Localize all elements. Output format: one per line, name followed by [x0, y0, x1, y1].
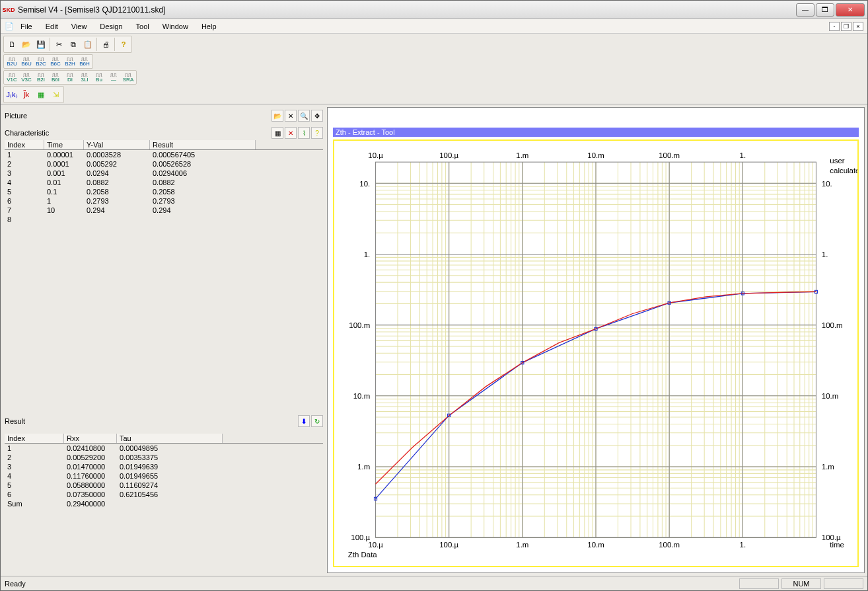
menu-window[interactable]: Window [156, 21, 195, 32]
result-header: Result ⬇ ↻ [5, 415, 323, 427]
maximize-button[interactable]: 🗖 [816, 3, 834, 17]
svg-text:100.m: 100.m [659, 151, 680, 159]
result-table-body[interactable]: 10.024108000.0004989520.005292000.003533… [5, 444, 323, 528]
col-time: Time [44, 140, 84, 149]
characteristic-label: Characteristic [5, 129, 49, 137]
app-window: SKD Semisel V4 - [Semisel3 QJD1210011.sk… [0, 0, 868, 591]
characteristic-header: Characteristic ▦ ✕ ⌇ ? [5, 127, 323, 139]
picture-zoom-icon[interactable]: 🔍 [298, 110, 310, 122]
app-icon: SKD [3, 5, 14, 15]
svg-text:1.m: 1.m [822, 462, 834, 471]
graph1-icon[interactable]: J₍k₎ [5, 87, 19, 102]
mdi-minimize-button[interactable]: - [829, 22, 840, 31]
result-down-icon[interactable]: ⬇ [298, 415, 310, 427]
inv-sra-button[interactable]: ⎍⎍SRA [121, 71, 135, 83]
char-table-body[interactable]: 10.000010.00035280.00056740520.00010.005… [5, 150, 323, 411]
result-refresh-icon[interactable]: ↻ [311, 415, 323, 427]
table-row[interactable]: 7100.2940.294 [5, 206, 323, 215]
svg-text:user: user [830, 156, 844, 165]
chart-container: Zth - Extract - Tool 10.µ10.µ100.µ100.µ1… [327, 107, 865, 573]
inv-bu-button[interactable]: ⎍⎍Bu [92, 71, 106, 83]
client-area: Picture 📂 ✕ 🔍 ✥ Characteristic ▦ ✕ ⌇ ? [1, 104, 867, 576]
cut-icon[interactable]: ✂ [52, 37, 66, 52]
svg-text:1.m: 1.m [357, 462, 370, 471]
status-scrl [824, 578, 863, 589]
graph2-icon[interactable]: J̃k [19, 87, 34, 102]
table-row[interactable]: 50.058800000.11609274 [5, 481, 323, 490]
svg-text:calculated: calculated [830, 166, 857, 175]
doc-icon: 📄 [5, 22, 14, 30]
col-result: Result [150, 140, 256, 149]
svg-text:10.: 10. [359, 178, 370, 187]
table-row[interactable]: 60.073500000.62105456 [5, 490, 323, 499]
picture-move-icon[interactable]: ✥ [311, 110, 323, 122]
inv-3li-button[interactable]: ⎍⎍3LI [77, 71, 92, 83]
menu-help[interactable]: Help [195, 21, 223, 32]
table-row[interactable]: 10.000010.00035280.000567405 [5, 150, 323, 159]
menu-file[interactable]: File [14, 21, 39, 32]
char-plot-icon[interactable]: ⌇ [298, 127, 310, 139]
mdi-restore-button[interactable]: ❐ [841, 22, 851, 31]
inv-v1c-button[interactable]: ⎍⎍V1C [5, 71, 19, 83]
circuit-b6c-button[interactable]: ⎍⎍B6C [48, 56, 63, 67]
inv-b6i-button[interactable]: ⎍⎍B6I [48, 71, 63, 83]
menu-tool[interactable]: Tool [129, 21, 156, 32]
minimize-button[interactable]: — [796, 3, 814, 17]
col-yval: Y-Val [84, 140, 150, 149]
open-icon[interactable]: 📂 [19, 37, 34, 52]
inv-b2i-button[interactable]: ⎍⎍B2I [34, 71, 48, 83]
char-add-icon[interactable]: ▦ [271, 127, 283, 139]
char-help-icon[interactable]: ? [311, 127, 323, 139]
svg-text:1.: 1. [740, 151, 746, 159]
svg-text:time: time [830, 540, 844, 549]
print-icon[interactable]: 🖨 [98, 37, 113, 52]
circuit-b6h-button[interactable]: ⎍⎍B6H [77, 56, 92, 67]
svg-text:100.m: 100.m [349, 321, 370, 329]
graph4-icon[interactable]: ⇲ [48, 87, 63, 102]
svg-text:1.m: 1.m [516, 540, 528, 549]
table-row[interactable]: 50.10.20580.2058 [5, 187, 323, 196]
menu-design[interactable]: Design [93, 21, 129, 32]
graph3-icon[interactable]: ▦ [34, 87, 48, 102]
inv-v3c-button[interactable]: ⎍⎍V3C [19, 71, 34, 83]
chart-plot[interactable]: 10.µ10.µ100.µ100.µ1.m1.m10.m10.m100.m100… [333, 139, 859, 567]
inv-—-button[interactable]: ⎍⎍— [106, 71, 121, 83]
menu-bar: 📄 File Edit View Design Tool Window Help… [1, 19, 867, 34]
inv-di-button[interactable]: ⎍⎍DI [63, 71, 77, 83]
table-row[interactable]: 20.005292000.00353375 [5, 453, 323, 462]
left-panel: Picture 📂 ✕ 🔍 ✥ Characteristic ▦ ✕ ⌇ ? [2, 106, 326, 574]
mdi-close-button[interactable]: × [853, 22, 863, 31]
picture-clear-icon[interactable]: ✕ [285, 110, 297, 122]
circuit-b2h-button[interactable]: ⎍⎍B2H [63, 56, 77, 67]
new-icon[interactable]: 🗋 [5, 37, 19, 52]
svg-text:1.: 1. [740, 540, 746, 549]
circuit-b2u-button[interactable]: ⎍⎍B2U [5, 56, 19, 67]
menu-view[interactable]: View [65, 21, 94, 32]
table-row[interactable]: 40.010.08820.0882 [5, 178, 323, 187]
right-panel: Zth - Extract - Tool 10.µ10.µ100.µ100.µ1… [326, 106, 866, 574]
picture-open-icon[interactable]: 📂 [271, 110, 283, 122]
rcol-rxx: Rxx [64, 434, 117, 443]
svg-text:10.m: 10.m [587, 151, 604, 159]
circuit-b6u-button[interactable]: ⎍⎍B6U [19, 56, 34, 67]
status-cap [739, 578, 779, 589]
help-icon[interactable]: ? [116, 37, 131, 52]
svg-text:10.µ: 10.µ [368, 540, 383, 549]
table-row[interactable]: 20.00010.0052920.00526528 [5, 159, 323, 169]
copy-icon[interactable]: ⧉ [66, 37, 81, 52]
table-row[interactable]: 8 [5, 215, 323, 224]
table-row[interactable]: 30.014700000.01949639 [5, 462, 323, 471]
close-button[interactable]: ✕ [836, 3, 865, 17]
circuit-b2c-button[interactable]: ⎍⎍B2C [34, 56, 48, 67]
table-row[interactable]: Sum0.29400000 [5, 499, 323, 508]
char-delete-icon[interactable]: ✕ [285, 127, 297, 139]
table-row[interactable]: 10.024108000.00049895 [5, 444, 323, 453]
menu-edit[interactable]: Edit [39, 21, 65, 32]
svg-text:100.m: 100.m [659, 540, 680, 549]
save-icon[interactable]: 💾 [34, 37, 48, 52]
paste-icon[interactable]: 📋 [81, 37, 95, 52]
table-row[interactable]: 610.27930.2793 [5, 196, 323, 206]
table-row[interactable]: 30.0010.02940.0294006 [5, 169, 323, 178]
table-row[interactable]: 40.117600000.01949655 [5, 471, 323, 481]
svg-text:10.: 10. [822, 178, 832, 187]
